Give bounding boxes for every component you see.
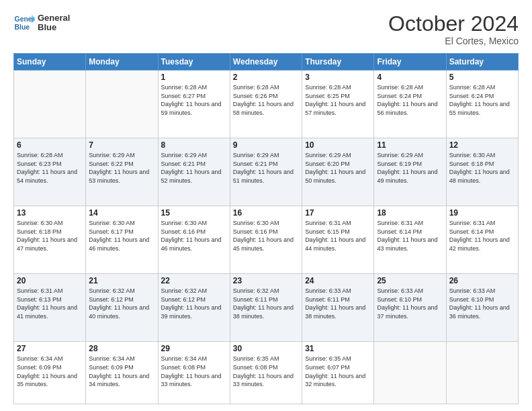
svg-text:Blue: Blue xyxy=(15,24,30,31)
calendar-cell xyxy=(374,342,446,404)
day-number: 20 xyxy=(17,276,83,285)
cell-info: Sunrise: 6:29 AM Sunset: 6:22 PM Dayligh… xyxy=(89,151,154,185)
calendar-cell: 20Sunrise: 6:31 AM Sunset: 6:13 PM Dayli… xyxy=(14,274,86,342)
cell-info: Sunrise: 6:30 AM Sunset: 6:16 PM Dayligh… xyxy=(161,219,227,253)
day-number: 29 xyxy=(161,344,227,353)
cell-info: Sunrise: 6:32 AM Sunset: 6:11 PM Dayligh… xyxy=(233,287,299,320)
header: General Blue General Blue October 2024 E… xyxy=(13,12,519,46)
month-title: October 2024 xyxy=(388,12,519,36)
day-number: 12 xyxy=(449,140,515,150)
cell-info: Sunrise: 6:28 AM Sunset: 6:23 PM Dayligh… xyxy=(17,151,83,185)
calendar-cell: 18Sunrise: 6:31 AM Sunset: 6:14 PM Dayli… xyxy=(374,206,446,274)
day-number: 5 xyxy=(449,73,515,82)
title-block: October 2024 El Cortes, Mexico xyxy=(388,12,519,46)
calendar-cell: 12Sunrise: 6:30 AM Sunset: 6:18 PM Dayli… xyxy=(446,138,518,206)
calendar-week-row: 1Sunrise: 6:28 AM Sunset: 6:27 PM Daylig… xyxy=(14,71,519,138)
day-number: 10 xyxy=(305,140,371,150)
calendar-cell: 31Sunrise: 6:35 AM Sunset: 6:07 PM Dayli… xyxy=(302,342,374,404)
calendar-cell: 14Sunrise: 6:30 AM Sunset: 6:17 PM Dayli… xyxy=(86,206,158,274)
calendar-cell: 7Sunrise: 6:29 AM Sunset: 6:22 PM Daylig… xyxy=(86,138,158,206)
calendar-cell: 15Sunrise: 6:30 AM Sunset: 6:16 PM Dayli… xyxy=(158,206,230,274)
calendar-cell: 29Sunrise: 6:34 AM Sunset: 6:08 PM Dayli… xyxy=(158,342,230,404)
day-number: 24 xyxy=(305,276,371,285)
calendar-cell xyxy=(86,71,158,138)
day-number: 4 xyxy=(377,73,443,82)
calendar-cell: 19Sunrise: 6:31 AM Sunset: 6:14 PM Dayli… xyxy=(446,206,518,274)
calendar-cell: 8Sunrise: 6:29 AM Sunset: 6:21 PM Daylig… xyxy=(158,138,230,206)
cell-info: Sunrise: 6:28 AM Sunset: 6:26 PM Dayligh… xyxy=(233,83,299,117)
cell-info: Sunrise: 6:32 AM Sunset: 6:12 PM Dayligh… xyxy=(89,287,154,320)
calendar-cell: 5Sunrise: 6:28 AM Sunset: 6:24 PM Daylig… xyxy=(446,71,518,138)
cell-info: Sunrise: 6:29 AM Sunset: 6:21 PM Dayligh… xyxy=(233,151,299,185)
logo-text: General Blue xyxy=(38,13,70,33)
cell-info: Sunrise: 6:31 AM Sunset: 6:14 PM Dayligh… xyxy=(449,219,515,253)
calendar-cell xyxy=(446,342,518,404)
day-number: 30 xyxy=(233,344,299,353)
calendar-cell: 30Sunrise: 6:35 AM Sunset: 6:08 PM Dayli… xyxy=(230,342,302,404)
day-number: 13 xyxy=(17,208,83,218)
calendar-cell: 10Sunrise: 6:29 AM Sunset: 6:20 PM Dayli… xyxy=(302,138,374,206)
cell-info: Sunrise: 6:28 AM Sunset: 6:24 PM Dayligh… xyxy=(449,83,515,117)
calendar-week-row: 20Sunrise: 6:31 AM Sunset: 6:13 PM Dayli… xyxy=(14,274,519,342)
day-number: 28 xyxy=(89,344,154,353)
calendar-cell: 26Sunrise: 6:33 AM Sunset: 6:10 PM Dayli… xyxy=(446,274,518,342)
day-number: 17 xyxy=(305,208,371,218)
cell-info: Sunrise: 6:33 AM Sunset: 6:10 PM Dayligh… xyxy=(449,287,515,320)
calendar-cell: 16Sunrise: 6:30 AM Sunset: 6:16 PM Dayli… xyxy=(230,206,302,274)
cell-info: Sunrise: 6:30 AM Sunset: 6:16 PM Dayligh… xyxy=(233,219,299,253)
weekday-header-thursday: Thursday xyxy=(302,54,374,71)
day-number: 15 xyxy=(161,208,227,218)
day-number: 11 xyxy=(377,140,443,150)
cell-info: Sunrise: 6:30 AM Sunset: 6:17 PM Dayligh… xyxy=(89,219,154,253)
day-number: 2 xyxy=(233,73,299,82)
calendar-cell: 4Sunrise: 6:28 AM Sunset: 6:24 PM Daylig… xyxy=(374,71,446,138)
weekday-header-tuesday: Tuesday xyxy=(158,54,230,71)
cell-info: Sunrise: 6:34 AM Sunset: 6:09 PM Dayligh… xyxy=(89,355,154,388)
calendar-week-row: 27Sunrise: 6:34 AM Sunset: 6:09 PM Dayli… xyxy=(14,342,519,404)
calendar-cell xyxy=(14,71,86,138)
weekday-header-row: SundayMondayTuesdayWednesdayThursdayFrid… xyxy=(14,54,519,71)
day-number: 19 xyxy=(449,208,515,218)
day-number: 7 xyxy=(89,140,154,150)
day-number: 25 xyxy=(377,276,443,285)
page: General Blue General Blue October 2024 E… xyxy=(0,0,532,411)
day-number: 6 xyxy=(17,140,83,150)
cell-info: Sunrise: 6:31 AM Sunset: 6:15 PM Dayligh… xyxy=(305,219,371,253)
calendar-cell: 24Sunrise: 6:33 AM Sunset: 6:11 PM Dayli… xyxy=(302,274,374,342)
day-number: 31 xyxy=(305,344,371,353)
cell-info: Sunrise: 6:28 AM Sunset: 6:27 PM Dayligh… xyxy=(161,83,227,117)
calendar-cell: 2Sunrise: 6:28 AM Sunset: 6:26 PM Daylig… xyxy=(230,71,302,138)
calendar-cell: 28Sunrise: 6:34 AM Sunset: 6:09 PM Dayli… xyxy=(86,342,158,404)
calendar-cell: 9Sunrise: 6:29 AM Sunset: 6:21 PM Daylig… xyxy=(230,138,302,206)
cell-info: Sunrise: 6:34 AM Sunset: 6:09 PM Dayligh… xyxy=(17,355,83,388)
cell-info: Sunrise: 6:33 AM Sunset: 6:11 PM Dayligh… xyxy=(305,287,371,320)
cell-info: Sunrise: 6:32 AM Sunset: 6:12 PM Dayligh… xyxy=(161,287,227,320)
calendar-cell: 11Sunrise: 6:29 AM Sunset: 6:19 PM Dayli… xyxy=(374,138,446,206)
day-number: 27 xyxy=(17,344,83,353)
location: El Cortes, Mexico xyxy=(388,36,519,46)
day-number: 8 xyxy=(161,140,227,150)
day-number: 9 xyxy=(233,140,299,150)
cell-info: Sunrise: 6:29 AM Sunset: 6:20 PM Dayligh… xyxy=(305,151,371,185)
weekday-header-wednesday: Wednesday xyxy=(230,54,302,71)
calendar-cell: 3Sunrise: 6:28 AM Sunset: 6:25 PM Daylig… xyxy=(302,71,374,138)
logo-line2: Blue xyxy=(38,23,70,32)
logo: General Blue General Blue xyxy=(13,12,70,34)
cell-info: Sunrise: 6:31 AM Sunset: 6:13 PM Dayligh… xyxy=(17,287,83,320)
calendar-cell: 17Sunrise: 6:31 AM Sunset: 6:15 PM Dayli… xyxy=(302,206,374,274)
day-number: 23 xyxy=(233,276,299,285)
day-number: 3 xyxy=(305,73,371,82)
weekday-header-monday: Monday xyxy=(86,54,158,71)
cell-info: Sunrise: 6:35 AM Sunset: 6:07 PM Dayligh… xyxy=(305,355,371,388)
cell-info: Sunrise: 6:28 AM Sunset: 6:25 PM Dayligh… xyxy=(305,83,371,117)
weekday-header-friday: Friday xyxy=(374,54,446,71)
day-number: 26 xyxy=(449,276,515,285)
logo-line1: General xyxy=(38,13,70,23)
cell-info: Sunrise: 6:35 AM Sunset: 6:08 PM Dayligh… xyxy=(233,355,299,388)
cell-info: Sunrise: 6:29 AM Sunset: 6:19 PM Dayligh… xyxy=(377,151,443,185)
calendar-week-row: 6Sunrise: 6:28 AM Sunset: 6:23 PM Daylig… xyxy=(14,138,519,206)
calendar-week-row: 13Sunrise: 6:30 AM Sunset: 6:18 PM Dayli… xyxy=(14,206,519,274)
calendar-cell: 13Sunrise: 6:30 AM Sunset: 6:18 PM Dayli… xyxy=(14,206,86,274)
day-number: 14 xyxy=(89,208,154,218)
day-number: 18 xyxy=(377,208,443,218)
